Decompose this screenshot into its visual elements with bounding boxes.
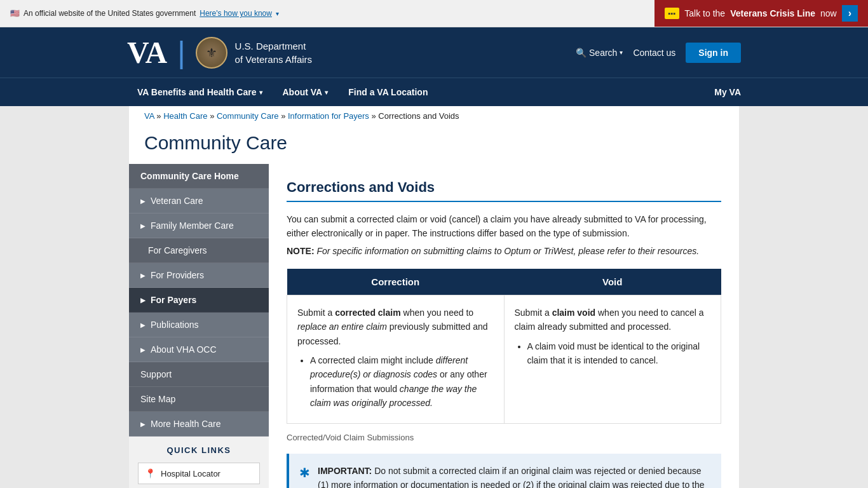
quick-link-hospital-locator[interactable]: 📍 Hospital Locator xyxy=(138,463,260,484)
table-header-correction: Correction xyxy=(287,269,505,295)
nav-item-benefits[interactable]: VA Benefits and Health Care ▾ xyxy=(127,78,273,106)
nav-location-label: Find a VA Location xyxy=(348,87,428,97)
publications-arrow-icon: ▶ xyxy=(140,322,146,329)
search-label: Search xyxy=(589,48,617,58)
sidebar-item-more-health-care[interactable]: ▶ More Health Care xyxy=(129,412,269,437)
sidebar: Community Care Home ▶ Veteran Care ▶ Fam… xyxy=(129,164,269,488)
quick-links-section: QUICK LINKS 📍 Hospital Locator xyxy=(129,437,269,488)
sidebar-more-label: More Health Care xyxy=(151,419,221,429)
important-notice-box: ✱ IMPORTANT: Do not submit a corrected c… xyxy=(287,454,721,488)
sidebar-support-label: Support xyxy=(140,369,172,379)
gov-text: An official website of the United States… xyxy=(24,9,196,18)
important-body: Do not submit a corrected claim if an or… xyxy=(318,466,705,488)
sidebar-item-veteran-care[interactable]: ▶ Veteran Care xyxy=(129,189,269,214)
contact-label: Contact us xyxy=(633,48,675,58)
correction-text1: Submit a xyxy=(297,308,335,318)
sidebar-family-label: Family Member Care xyxy=(151,220,234,231)
sidebar-item-for-payers[interactable]: ▶ For Payers xyxy=(129,288,269,313)
important-star-icon: ✱ xyxy=(299,465,310,480)
correction-bullet-italic2: change the way the claim was originally … xyxy=(310,384,477,408)
intro-paragraph: You can submit a corrected claim or void… xyxy=(287,212,721,241)
corrections-voids-table: Correction Void Submit a corrected claim… xyxy=(287,269,721,424)
main-content-area: Corrections and Voids You can submit a c… xyxy=(269,164,739,488)
contact-button[interactable]: Contact us xyxy=(633,48,675,58)
gov-bar: 🇺🇸 An official website of the United Sta… xyxy=(0,6,289,21)
sidebar-payers-label: For Payers xyxy=(151,295,196,305)
sidebar-item-for-caregivers[interactable]: For Caregivers xyxy=(129,238,269,263)
agency-name: U.S. Department of Veterans Affairs xyxy=(235,39,312,66)
correction-bullet: A corrected claim might include differen… xyxy=(310,353,494,410)
sidebar-item-site-map[interactable]: Site Map xyxy=(129,387,269,412)
top-combined-bar: 🇺🇸 An official website of the United Sta… xyxy=(0,0,868,27)
us-flag-icon: 🇺🇸 xyxy=(10,9,20,18)
inner-wrapper: VA » Health Care » Community Care » Info… xyxy=(129,106,739,488)
logo-area[interactable]: VA | ⚜ U.S. Department of Veterans Affai… xyxy=(127,35,312,70)
nav-item-about[interactable]: About VA ▾ xyxy=(273,78,339,106)
main-navigation: VA Benefits and Health Care ▾ About VA ▾… xyxy=(0,78,868,106)
breadcrumb-sep3: » xyxy=(281,111,288,121)
sidebar-pubs-label: Publications xyxy=(151,320,199,330)
crisis-bar: ▪▪▪ Talk to the Veterans Crisis Line now… xyxy=(654,0,868,27)
sidebar-item-family-member-care[interactable]: ▶ Family Member Care xyxy=(129,214,269,238)
page-heading-area: Community Care xyxy=(129,126,739,164)
va-seal-icon: ⚜ xyxy=(196,37,227,69)
correction-italic: replace an entire claim xyxy=(297,322,387,332)
nav-benefits-chevron-icon: ▾ xyxy=(259,89,262,96)
table-cell-correction: Submit a corrected claim when you need t… xyxy=(287,295,505,423)
breadcrumb-sep4: » xyxy=(372,111,379,121)
sidebar-providers-label: For Providers xyxy=(151,270,204,280)
table-caption: Corrected/Void Claim Submissions xyxy=(287,429,721,446)
correction-bullet-italic1: different procedure(s) or diagnosis code… xyxy=(310,355,468,379)
two-col-layout: Community Care Home ▶ Veteran Care ▶ Fam… xyxy=(129,164,739,488)
crisis-line-button[interactable]: › xyxy=(842,5,858,22)
table-row-main: Submit a corrected claim when you need t… xyxy=(287,295,721,423)
providers-arrow-icon: ▶ xyxy=(140,272,146,279)
signin-button[interactable]: Sign in xyxy=(686,43,741,63)
nav-item-location[interactable]: Find a VA Location xyxy=(338,78,438,106)
signin-label: Sign in xyxy=(698,48,728,58)
void-bold: claim void xyxy=(552,308,595,318)
important-text: IMPORTANT: Do not submit a corrected cla… xyxy=(318,464,711,488)
nav-benefits-label: VA Benefits and Health Care xyxy=(137,87,257,97)
crisis-morse-icon: ▪▪▪ xyxy=(665,8,680,19)
dropdown-chevron-icon: ▾ xyxy=(276,10,279,17)
breadcrumb-sep1: » xyxy=(156,111,163,121)
veteran-care-arrow-icon: ▶ xyxy=(140,198,146,205)
sidebar-item-for-providers[interactable]: ▶ For Providers xyxy=(129,263,269,288)
nav-about-chevron-icon: ▾ xyxy=(325,89,328,96)
sidebar-item-about-vha-occ[interactable]: ▶ About VHA OCC xyxy=(129,337,269,362)
logo-divider: | xyxy=(177,35,185,70)
search-button[interactable]: 🔍 Search ▾ xyxy=(576,48,623,58)
vha-occ-arrow-icon: ▶ xyxy=(140,346,146,353)
va-logo-letters[interactable]: VA xyxy=(127,37,167,68)
table-header-void: Void xyxy=(504,269,721,295)
payers-arrow-icon: ▶ xyxy=(140,297,146,304)
sidebar-item-community-care-home[interactable]: Community Care Home xyxy=(129,164,269,189)
sidebar-item-publications[interactable]: ▶ Publications xyxy=(129,313,269,337)
note-paragraph: NOTE: For specific information on submit… xyxy=(287,246,721,256)
nav-items: VA Benefits and Health Care ▾ About VA ▾… xyxy=(127,78,438,106)
my-va-link[interactable]: My VA xyxy=(714,78,741,106)
void-bullet: A claim void must be identical to the or… xyxy=(527,339,711,368)
family-care-arrow-icon: ▶ xyxy=(140,222,146,229)
important-label: IMPORTANT: xyxy=(318,466,372,476)
breadcrumb-va[interactable]: VA xyxy=(144,111,154,121)
how-you-know-link[interactable]: Here's how you know xyxy=(200,9,272,18)
correction-bold: corrected claim xyxy=(335,308,401,318)
header-actions: 🔍 Search ▾ Contact us Sign in xyxy=(576,43,741,63)
breadcrumb-community-care[interactable]: Community Care xyxy=(217,111,279,121)
search-icon: 🔍 xyxy=(576,48,587,58)
crisis-bold-text: Veterans Crisis Line xyxy=(730,8,815,18)
breadcrumb-info-payers[interactable]: Information for Payers xyxy=(288,111,369,121)
hospital-locator-label: Hospital Locator xyxy=(161,469,220,478)
sidebar-vet-label: Veteran Care xyxy=(151,196,203,206)
section-title: Corrections and Voids xyxy=(287,179,721,202)
intro-text: You can submit a corrected claim or void… xyxy=(287,214,707,238)
quick-links-title: QUICK LINKS xyxy=(138,445,260,455)
note-label: NOTE: xyxy=(287,246,315,256)
breadcrumb: VA » Health Care » Community Care » Info… xyxy=(129,106,739,126)
sidebar-item-support[interactable]: Support xyxy=(129,362,269,387)
breadcrumb-sep2: » xyxy=(210,111,217,121)
breadcrumb-health-care[interactable]: Health Care xyxy=(163,111,207,121)
table-cell-void: Submit a claim void when you need to can… xyxy=(504,295,721,423)
